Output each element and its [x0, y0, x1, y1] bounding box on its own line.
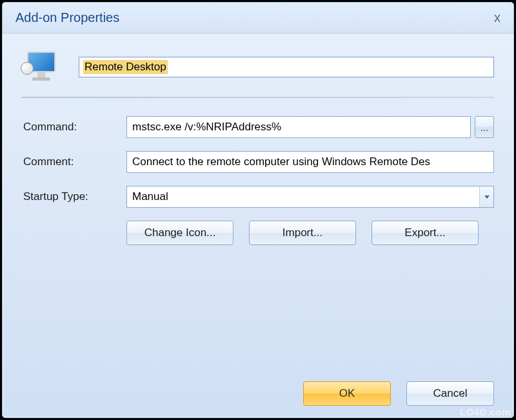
addon-name-value: Remote Desktop — [83, 60, 168, 74]
dialog-window: Add-on Properties x Remote Desktop Comma… — [2, 2, 514, 418]
browse-command-button[interactable]: ... — [475, 116, 494, 138]
command-row: Command: mstsc.exe /v:%NRIPAddress% ... — [22, 116, 494, 138]
name-row: Remote Desktop — [22, 50, 494, 84]
ok-button[interactable]: OK — [303, 381, 391, 406]
comment-value: Connect to the remote computer using Win… — [132, 155, 430, 168]
startup-type-select[interactable]: Manual — [126, 186, 494, 208]
chevron-down-icon[interactable] — [479, 186, 493, 207]
command-input[interactable]: mstsc.exe /v:%NRIPAddress% — [126, 116, 471, 138]
command-label: Command: — [22, 121, 126, 134]
export-button[interactable]: Export... — [372, 221, 479, 245]
comment-row: Comment: Connect to the remote computer … — [22, 151, 494, 173]
separator — [22, 97, 494, 98]
startup-type-value: Manual — [127, 186, 479, 207]
import-button[interactable]: Import... — [249, 221, 356, 245]
close-icon[interactable]: x — [489, 9, 506, 26]
comment-input[interactable]: Connect to the remote computer using Win… — [126, 151, 494, 173]
action-button-row: Change Icon... Import... Export... — [126, 221, 494, 245]
startup-type-row: Startup Type: Manual — [22, 186, 494, 208]
startup-type-label: Startup Type: — [22, 190, 126, 203]
comment-label: Comment: — [22, 155, 126, 168]
command-value: mstsc.exe /v:%NRIPAddress% — [132, 121, 281, 134]
watermark: LO4D.com — [460, 406, 511, 417]
change-icon-button[interactable]: Change Icon... — [126, 221, 233, 245]
titlebar: Add-on Properties x — [3, 3, 513, 34]
footer-buttons: OK Cancel — [303, 381, 494, 406]
window-title: Add-on Properties — [15, 10, 119, 25]
cancel-button[interactable]: Cancel — [406, 381, 494, 406]
remote-desktop-monitor-icon — [22, 50, 58, 84]
content-area: Remote Desktop Command: mstsc.exe /v:%NR… — [3, 34, 513, 245]
addon-name-input[interactable]: Remote Desktop — [79, 57, 494, 77]
